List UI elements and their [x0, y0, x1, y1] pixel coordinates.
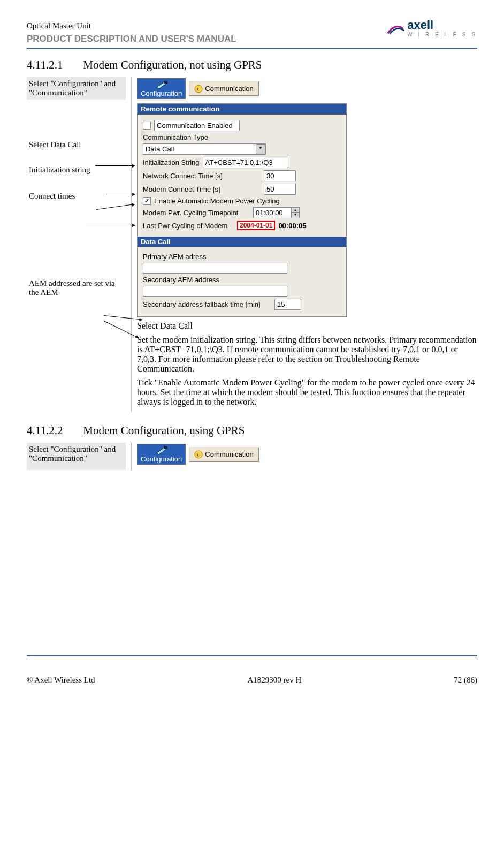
body-p2: Set the modem initialization string. Thi… [137, 335, 477, 374]
step-select-config: Select "Configuration" and "Communicatio… [27, 77, 126, 100]
dropdown-arrow-icon: ▼ [256, 144, 265, 154]
header-rule [27, 48, 477, 49]
label-select-datacall: Select Data Call [27, 138, 126, 151]
brand-logo: axell W I R E L E S S [387, 21, 477, 39]
step-select-config-2: Select "Configuration" and "Communicatio… [27, 443, 126, 470]
svg-point-1 [195, 85, 202, 93]
fallback-label: Secondary address fallback time [min] [143, 300, 271, 308]
pwr-timepoint-label: Modem Pwr. Cycling Timepoint [143, 209, 250, 217]
spinner-buttons[interactable]: ▲▼ [291, 207, 300, 218]
primary-aem-field[interactable] [143, 263, 287, 274]
brand-subtext: W I R E L E S S [407, 32, 477, 37]
last-pwr-time: 00:00:05 [278, 222, 306, 230]
communication-button[interactable]: Communication [189, 447, 258, 462]
svg-rect-2 [164, 446, 167, 449]
comm-type-select[interactable]: Data Call ▼ [143, 143, 266, 155]
communication-label: Communication [205, 450, 253, 458]
footer-docnum: A1829300 rev H [248, 676, 302, 685]
auto-cycling-checkbox[interactable]: ✓ [143, 197, 151, 205]
section-num-2: 4.11.2.2 [27, 424, 80, 437]
svg-point-3 [195, 451, 202, 458]
configuration-button[interactable]: Configuration [137, 444, 186, 465]
configuration-label: Configuration [141, 89, 182, 97]
configuration-button[interactable]: Configuration [137, 78, 186, 99]
footer-rule [27, 655, 477, 656]
label-connect-times: Connect times [27, 190, 126, 203]
body-p3: Tick "Enable Automatic Modem Power Cycli… [137, 378, 477, 407]
footer-pagenum: 72 (86) [454, 676, 477, 685]
phone-icon [194, 450, 203, 459]
secondary-aem-label: Secondary AEM address [143, 276, 341, 284]
arrow-icon [104, 194, 135, 194]
footer-copyright: © Axell Wireless Ltd [27, 676, 95, 685]
comm-enabled-label: Communication Enabled [154, 120, 240, 131]
body-p1: Select Data Call [137, 321, 477, 331]
network-connect-field[interactable]: 30 [264, 170, 296, 181]
remote-communication-dialog: Remote communication Communication Enabl… [137, 103, 347, 317]
communication-label: Communication [205, 85, 253, 93]
last-pwr-label: Last Pwr Cycling of Modem [143, 222, 234, 230]
modem-connect-label: Modem Connect Time [s] [143, 185, 261, 193]
primary-aem-label: Primary AEM adress [143, 253, 341, 261]
dialog-header-remote: Remote communication [138, 104, 346, 115]
fallback-field[interactable]: 15 [274, 299, 301, 310]
init-string-field[interactable]: AT+CBST=71,0,1;\Q3 [203, 157, 288, 168]
init-string-label: Initialization String [143, 158, 200, 166]
svg-rect-0 [164, 81, 167, 84]
brand-text: axell [407, 18, 433, 32]
network-connect-label: Network Connect Time [s] [143, 172, 261, 180]
phone-icon [194, 85, 203, 93]
secondary-aem-field[interactable] [143, 286, 287, 297]
communication-button[interactable]: Communication [189, 81, 258, 96]
arrow-icon [95, 165, 135, 166]
product-name: Optical Master Unit [27, 21, 236, 31]
comm-type-value: Data Call [146, 145, 174, 153]
swoosh-icon [387, 22, 405, 36]
dialog-header-datacall: Data Call [138, 237, 346, 247]
section-heading-1: 4.11.2.1 Modem Configuration, not using … [27, 58, 477, 72]
comm-type-label: Communication Type [143, 133, 341, 141]
comm-enabled-checkbox[interactable] [143, 122, 151, 130]
section-num-1: 4.11.2.1 [27, 58, 80, 72]
arrow-icon [86, 225, 135, 225]
doc-title: PRODUCT DESCRIPTION AND USER'S MANUAL [27, 34, 236, 44]
section-title-1: Modem Configuration, not using GPRS [83, 58, 262, 71]
section-title-2: Modem Configuration, using GPRS [83, 424, 245, 437]
configuration-label: Configuration [141, 455, 182, 463]
pwr-timepoint-field[interactable]: 01:00:00 [253, 207, 292, 218]
modem-connect-field[interactable]: 50 [264, 184, 296, 195]
last-pwr-date-overlay: 2004-01-01 [237, 221, 275, 230]
auto-cycling-label: Enable Automatic Modem Power Cycling [154, 197, 280, 205]
section-heading-2: 4.11.2.2 Modem Configuration, using GPRS [27, 424, 477, 437]
label-aem-addresses: AEM addressed are set via the AEM [27, 277, 126, 299]
